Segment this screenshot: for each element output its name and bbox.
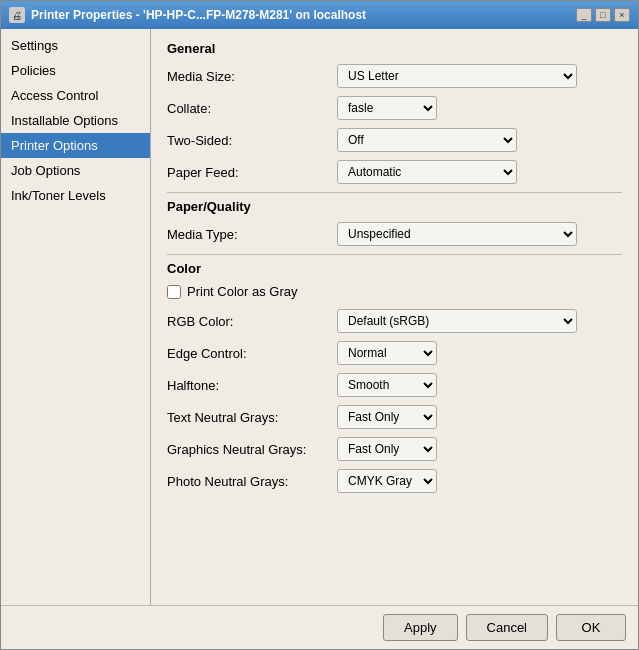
text-neutral-grays-label: Text Neutral Grays: <box>167 410 337 425</box>
sidebar-item-policies[interactable]: Policies <box>1 58 150 83</box>
titlebar-buttons: _ □ × <box>576 8 630 22</box>
color-section-title: Color <box>167 261 622 276</box>
collate-row: Collate: fasle true <box>167 96 622 120</box>
ok-button[interactable]: OK <box>556 614 626 641</box>
titlebar: 🖨 Printer Properties - 'HP-HP-C...FP-M27… <box>1 1 638 29</box>
halftone-label: Halftone: <box>167 378 337 393</box>
cancel-button[interactable]: Cancel <box>466 614 548 641</box>
graphics-neutral-grays-control: Fast Only Black Only Both <box>337 437 622 461</box>
halftone-control: Smooth Detail <box>337 373 622 397</box>
text-neutral-grays-row: Text Neutral Grays: Fast Only Black Only… <box>167 405 622 429</box>
rgb-color-select[interactable]: Default (sRGB) AdobeRGB None <box>337 309 577 333</box>
maximize-button[interactable]: □ <box>595 8 611 22</box>
rgb-color-row: RGB Color: Default (sRGB) AdobeRGB None <box>167 309 622 333</box>
window: 🖨 Printer Properties - 'HP-HP-C...FP-M27… <box>0 0 639 650</box>
paper-quality-divider <box>167 254 622 255</box>
text-neutral-grays-select[interactable]: Fast Only Black Only Both <box>337 405 437 429</box>
two-sided-select[interactable]: Off Long Edge (Portrait) Short Edge (Lan… <box>337 128 517 152</box>
paper-feed-control: Automatic Manual <box>337 160 622 184</box>
halftone-row: Halftone: Smooth Detail <box>167 373 622 397</box>
paper-feed-select[interactable]: Automatic Manual <box>337 160 517 184</box>
media-size-label: Media Size: <box>167 69 337 84</box>
main-panel: General Media Size: US Letter A4 Legal C… <box>151 29 638 605</box>
sidebar-item-settings[interactable]: Settings <box>1 33 150 58</box>
two-sided-control: Off Long Edge (Portrait) Short Edge (Lan… <box>337 128 622 152</box>
window-title: Printer Properties - 'HP-HP-C...FP-M278-… <box>31 8 366 22</box>
graphics-neutral-grays-select[interactable]: Fast Only Black Only Both <box>337 437 437 461</box>
print-color-as-gray-checkbox[interactable] <box>167 285 181 299</box>
photo-neutral-grays-control: CMYK Gray Black Only Fast Only <box>337 469 622 493</box>
close-button[interactable]: × <box>614 8 630 22</box>
graphics-neutral-grays-row: Graphics Neutral Grays: Fast Only Black … <box>167 437 622 461</box>
paper-feed-label: Paper Feed: <box>167 165 337 180</box>
footer: Apply Cancel OK <box>1 605 638 649</box>
print-color-as-gray-label: Print Color as Gray <box>187 284 298 299</box>
general-divider <box>167 192 622 193</box>
rgb-color-label: RGB Color: <box>167 314 337 329</box>
apply-button[interactable]: Apply <box>383 614 458 641</box>
edge-control-control: Normal Light Off Maximum <box>337 341 622 365</box>
media-size-row: Media Size: US Letter A4 Legal <box>167 64 622 88</box>
sidebar-item-printer-options[interactable]: Printer Options <box>1 133 150 158</box>
sidebar-item-access-control[interactable]: Access Control <box>1 83 150 108</box>
rgb-color-control: Default (sRGB) AdobeRGB None <box>337 309 622 333</box>
two-sided-label: Two-Sided: <box>167 133 337 148</box>
media-size-select[interactable]: US Letter A4 Legal <box>337 64 577 88</box>
media-type-control: Unspecified Plain Paper Photo Paper Tran… <box>337 222 622 246</box>
media-type-label: Media Type: <box>167 227 337 242</box>
photo-neutral-grays-row: Photo Neutral Grays: CMYK Gray Black Onl… <box>167 469 622 493</box>
media-type-select[interactable]: Unspecified Plain Paper Photo Paper Tran… <box>337 222 577 246</box>
edge-control-row: Edge Control: Normal Light Off Maximum <box>167 341 622 365</box>
content-area: Settings Policies Access Control Install… <box>1 29 638 605</box>
media-type-row: Media Type: Unspecified Plain Paper Phot… <box>167 222 622 246</box>
photo-neutral-grays-select[interactable]: CMYK Gray Black Only Fast Only <box>337 469 437 493</box>
edge-control-select[interactable]: Normal Light Off Maximum <box>337 341 437 365</box>
general-section-title: General <box>167 41 622 56</box>
sidebar-item-installable-options[interactable]: Installable Options <box>1 108 150 133</box>
paper-feed-row: Paper Feed: Automatic Manual <box>167 160 622 184</box>
edge-control-label: Edge Control: <box>167 346 337 361</box>
text-neutral-grays-control: Fast Only Black Only Both <box>337 405 622 429</box>
two-sided-row: Two-Sided: Off Long Edge (Portrait) Shor… <box>167 128 622 152</box>
sidebar-item-ink-toner-levels[interactable]: Ink/Toner Levels <box>1 183 150 208</box>
sidebar: Settings Policies Access Control Install… <box>1 29 151 605</box>
collate-control: fasle true <box>337 96 622 120</box>
photo-neutral-grays-label: Photo Neutral Grays: <box>167 474 337 489</box>
halftone-select[interactable]: Smooth Detail <box>337 373 437 397</box>
collate-select[interactable]: fasle true <box>337 96 437 120</box>
printer-icon: 🖨 <box>9 7 25 23</box>
graphics-neutral-grays-label: Graphics Neutral Grays: <box>167 442 337 457</box>
titlebar-left: 🖨 Printer Properties - 'HP-HP-C...FP-M27… <box>9 7 366 23</box>
collate-label: Collate: <box>167 101 337 116</box>
media-size-control: US Letter A4 Legal <box>337 64 622 88</box>
sidebar-item-job-options[interactable]: Job Options <box>1 158 150 183</box>
print-color-as-gray-row: Print Color as Gray <box>167 284 622 299</box>
minimize-button[interactable]: _ <box>576 8 592 22</box>
paper-quality-section-title: Paper/Quality <box>167 199 622 214</box>
